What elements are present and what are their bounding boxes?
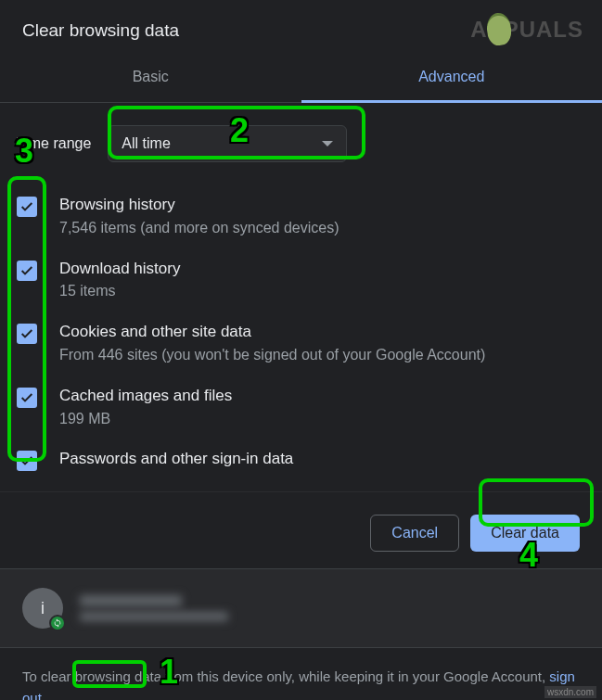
button-row: Cancel Clear data (0, 491, 602, 568)
item-title: Passwords and other sign-in data (59, 449, 293, 470)
cancel-button[interactable]: Cancel (370, 515, 459, 552)
item-title: Cached images and files (59, 386, 232, 407)
clear-data-button[interactable]: Clear data (470, 515, 580, 552)
checkmark-icon (19, 263, 34, 278)
item-text: Download history 15 items (59, 259, 180, 302)
item-text: Cookies and other site data From 446 sit… (59, 322, 485, 365)
chevron-down-icon (322, 141, 333, 146)
item-sub (59, 472, 293, 476)
time-range-row: Time range All time (0, 103, 602, 175)
avatar: i (22, 588, 63, 629)
account-email-blurred (80, 612, 228, 621)
footer-text: To clear browsing data from this device … (0, 648, 602, 700)
list-item: Download history 15 items (17, 248, 585, 312)
watermark-logo: APPUALS (470, 17, 583, 43)
sync-badge-icon (49, 615, 66, 631)
item-text: Browsing history 7,546 items (and more o… (59, 195, 339, 238)
account-section: i (0, 568, 602, 648)
tab-advanced[interactable]: Advanced (301, 54, 603, 103)
tabs-container: Basic Advanced (0, 54, 602, 103)
item-title: Download history (59, 259, 180, 280)
list-item: Cookies and other site data From 446 sit… (17, 312, 585, 375)
checkmark-icon (19, 390, 34, 405)
checkmark-icon (19, 326, 34, 341)
item-text: Cached images and files 199 MB (59, 386, 232, 429)
item-sub: 7,546 items (and more on synced devices) (59, 218, 339, 238)
data-types-list: Browsing history 7,546 items (and more o… (0, 175, 602, 486)
checkbox-cookies[interactable] (17, 324, 37, 344)
watermark-site: wsxdn.com (544, 686, 596, 698)
checkbox-passwords[interactable] (17, 451, 37, 471)
avatar-letter: i (41, 599, 45, 618)
account-name-blurred (80, 595, 182, 606)
list-item: Browsing history 7,546 items (and more o… (17, 185, 585, 248)
list-item: Passwords and other sign-in data (17, 439, 585, 486)
list-item: Cached images and files 199 MB (17, 375, 585, 439)
item-text: Passwords and other sign-in data (59, 449, 293, 476)
item-sub: From 446 sites (you won't be signed out … (59, 345, 485, 365)
tab-basic[interactable]: Basic (0, 54, 301, 103)
item-title: Browsing history (59, 195, 339, 216)
time-range-selected: All time (122, 135, 170, 152)
time-range-dropdown[interactable]: All time (108, 125, 347, 162)
checkbox-cache[interactable] (17, 388, 37, 408)
checkbox-browsing-history[interactable] (17, 197, 37, 217)
item-sub: 15 items (59, 281, 180, 301)
account-info (80, 595, 228, 621)
checkmark-icon (19, 199, 34, 214)
footer-part1: To clear browsing data from this device … (22, 668, 549, 684)
time-range-label: Time range (17, 135, 91, 152)
item-sub: 199 MB (59, 409, 232, 429)
footer-part2: . (42, 690, 45, 700)
checkbox-download-history[interactable] (17, 261, 37, 281)
item-title: Cookies and other site data (59, 322, 485, 343)
checkmark-icon (19, 453, 34, 468)
